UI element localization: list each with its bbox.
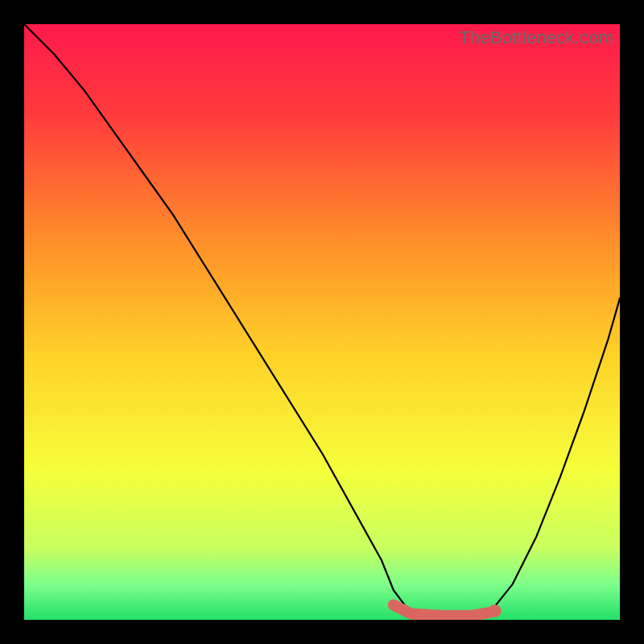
bottleneck-chart xyxy=(24,24,620,620)
gradient-background xyxy=(24,24,620,620)
chart-frame: TheBottleneck.com xyxy=(0,0,644,644)
optimal-marker-dot xyxy=(489,605,502,617)
plot-area: TheBottleneck.com xyxy=(24,24,620,620)
watermark-text: TheBottleneck.com xyxy=(459,27,613,48)
